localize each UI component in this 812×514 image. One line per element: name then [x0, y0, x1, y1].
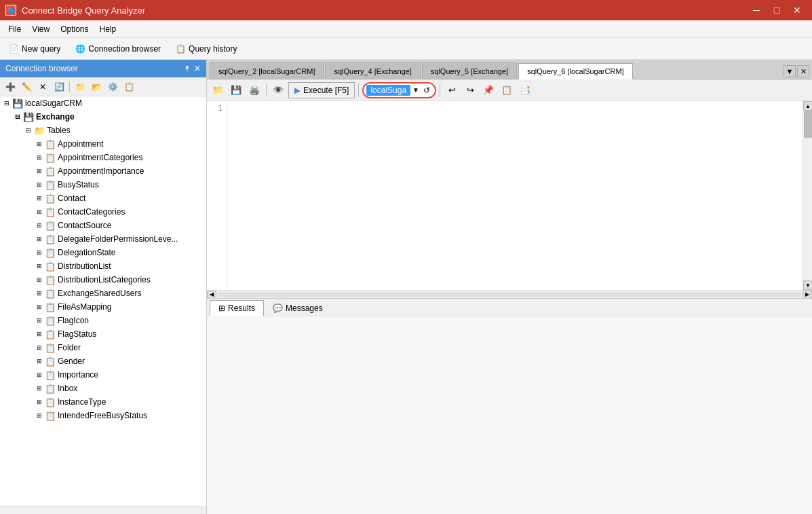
undo-button[interactable]: ↩ — [444, 82, 460, 98]
expander-tables: ⊟ — [23, 125, 34, 136]
results-tab-messages[interactable]: 💬 Messages — [264, 300, 332, 316]
tree-item-fileasmapping[interactable]: ⊞ 📋 FileAsMapping — [0, 300, 206, 314]
query-editor-wrapper: 1 ▲ ▼ — [207, 101, 812, 290]
tree-item-contactsource[interactable]: ⊞ 📋 ContactSource — [0, 219, 206, 232]
tree-item-delegatefolderperm[interactable]: ⊞ 📋 DelegateFolderPermissionLeve... — [0, 232, 206, 246]
tree-item-gender[interactable]: ⊞ 📋 Gender — [0, 354, 206, 368]
scroll-left-button[interactable]: ◀ — [207, 291, 216, 299]
tab-sqlquery2[interactable]: sqlQuery_2 [localSugarCRM] — [210, 62, 324, 79]
scroll-right-button[interactable]: ▶ — [803, 291, 812, 299]
paste-query-button[interactable]: 📑 — [517, 82, 533, 98]
tab-sqlquery5[interactable]: sqlQuery_5 [Exchange] — [422, 62, 517, 79]
main-layout: Connection browser 🖈 ✕ ➕ ✏️ ✕ 🔄 📁 📂 ⚙️ 📋… — [0, 60, 812, 514]
tree-label-intendedfreebusystatus: IntendedFreeBusyStatus — [58, 411, 147, 420]
execute-button[interactable]: ▶ Execute [F5] — [288, 82, 355, 98]
h-scroll-track[interactable] — [218, 292, 801, 297]
menu-view[interactable]: View — [26, 22, 55, 36]
menu-file[interactable]: File — [3, 22, 26, 36]
tab-sqlquery6[interactable]: sqlQuery_6 [localSugarCRM] — [518, 63, 632, 79]
tree-item-distributionlist[interactable]: ⊞ 📋 DistributionList — [0, 259, 206, 273]
maximize-button[interactable]: □ — [767, 3, 786, 17]
sidebar-pin-button[interactable]: 🖈 — [183, 64, 191, 73]
horizontal-scrollbar-area[interactable]: ◀ ▶ — [207, 290, 812, 298]
tree-item-contact[interactable]: ⊞ 📋 Contact — [0, 191, 206, 205]
connection-browser-button[interactable]: 🌐 Connection browser — [69, 40, 167, 58]
tree-item-flagicon[interactable]: ⊞ 📋 FlagIcon — [0, 314, 206, 327]
tree-item-contactcategories[interactable]: ⊞ 📋 ContactCategories — [0, 205, 206, 219]
table-icon-inbox: 📋 — [45, 384, 56, 394]
sidebar-copy-button[interactable]: 📋 — [121, 79, 136, 94]
view-button[interactable]: 👁️ — [270, 82, 286, 98]
sidebar-refresh-button[interactable]: 🔄 — [52, 79, 66, 94]
sidebar-close-button[interactable]: ✕ — [194, 64, 201, 73]
sidebar-properties-button[interactable]: ⚙️ — [105, 79, 120, 94]
tree-item-delegationstate[interactable]: ⊞ 📋 DelegationState — [0, 246, 206, 259]
messages-tab-label: Messages — [286, 304, 323, 313]
expander-distributionlist: ⊞ — [34, 261, 45, 272]
table-icon-delegatefolder: 📋 — [45, 234, 56, 244]
table-icon-appointment: 📋 — [45, 139, 56, 149]
tree-item-appointmentimportance[interactable]: ⊞ 📋 AppointmentImportance — [0, 164, 206, 178]
tree-item-distributionlistcategories[interactable]: ⊞ 📋 DistributionListCategories — [0, 273, 206, 287]
expander-fileasmapping: ⊞ — [34, 301, 45, 312]
print-button[interactable]: 🖨️ — [246, 82, 263, 98]
close-button[interactable]: ✕ — [788, 3, 807, 17]
sidebar-delete-button[interactable]: ✕ — [35, 79, 50, 94]
tree-item-busystatus[interactable]: ⊞ 📋 BusyStatus — [0, 178, 206, 191]
tree-item-importance[interactable]: ⊞ 📋 Importance — [0, 368, 206, 382]
table-icon-contact: 📋 — [45, 194, 56, 204]
tree-item-flagstatus[interactable]: ⊞ 📋 FlagStatus — [0, 327, 206, 341]
query-toolbar-sep1 — [266, 84, 267, 97]
tree-item-tables[interactable]: ⊟ 📁 Tables — [0, 124, 206, 137]
sidebar-collapse-button[interactable]: 📁 — [73, 79, 88, 94]
scroll-down-button[interactable]: ▼ — [803, 280, 812, 290]
sidebar-tree[interactable]: ⊟ 💾 localSugarCRM ⊟ 💾 Exchange ⊟ 📁 Table… — [0, 96, 206, 506]
scroll-track[interactable] — [803, 111, 812, 280]
query-history-button[interactable]: 📋 Query history — [170, 40, 243, 58]
new-query-button[interactable]: 📄 New query — [3, 40, 66, 58]
tree-item-folder[interactable]: ⊞ 📋 Folder — [0, 341, 206, 354]
menu-options[interactable]: Options — [55, 22, 94, 36]
tree-item-intendedfreebusystatus[interactable]: ⊞ 📋 IntendedFreeBusyStatus — [0, 409, 206, 422]
tab-close-button[interactable]: ✕ — [797, 65, 809, 77]
redo-button[interactable]: ↪ — [462, 82, 478, 98]
query-toolbar: 📁 💾 🖨️ 👁️ ▶ Execute [F5] localSuga ▼ ↺ ↩… — [207, 79, 812, 101]
sidebar-add-button[interactable]: ➕ — [3, 79, 18, 94]
bookmark-button[interactable]: 📌 — [480, 82, 497, 98]
tree-item-appointmentcategories[interactable]: ⊞ 📋 AppointmentCategories — [0, 151, 206, 164]
sidebar-horizontal-scrollbar[interactable] — [0, 506, 206, 514]
execute-icon: ▶ — [294, 86, 301, 95]
connection-selector[interactable]: localSuga ▼ ↺ — [362, 82, 436, 98]
tree-item-exchangesharedusers[interactable]: ⊞ 📋 ExchangeSharedUsers — [0, 287, 206, 300]
table-icon-busy: 📋 — [45, 180, 56, 190]
tree-item-exchange[interactable]: ⊟ 💾 Exchange — [0, 110, 206, 124]
save-button[interactable]: 💾 — [228, 82, 244, 98]
sidebar-expand-button[interactable]: 📂 — [89, 79, 104, 94]
results-tab-results[interactable]: ⊞ Results — [210, 300, 264, 316]
tree-item-inbox[interactable]: ⊞ 📋 Inbox — [0, 382, 206, 395]
minimize-button[interactable]: ─ — [747, 3, 766, 17]
tree-label-folder: Folder — [58, 343, 81, 352]
scroll-up-button[interactable]: ▲ — [803, 101, 812, 111]
tree-item-appointment[interactable]: ⊞ 📋 Appointment — [0, 137, 206, 151]
open-file-button[interactable]: 📁 — [210, 82, 226, 98]
connection-browser-panel: Connection browser 🖈 ✕ ➕ ✏️ ✕ 🔄 📁 📂 ⚙️ 📋… — [0, 60, 207, 514]
query-editor[interactable] — [227, 101, 803, 290]
tree-label-fileasmapping: FileAsMapping — [58, 302, 111, 312]
sidebar-edit-button[interactable]: ✏️ — [19, 79, 34, 94]
tab-sqlquery4[interactable]: sqlQuery_4 [Exchange] — [325, 62, 420, 79]
vertical-scrollbar[interactable]: ▲ ▼ — [803, 101, 812, 290]
connection-refresh-icon[interactable]: ↺ — [421, 86, 432, 95]
menu-help[interactable]: Help — [94, 22, 122, 36]
execute-label: Execute [F5] — [303, 86, 349, 95]
tab-dropdown-button[interactable]: ▼ — [784, 65, 796, 77]
tree-item-instancetype[interactable]: ⊞ 📋 InstanceType — [0, 395, 206, 409]
query-history-icon: 📋 — [176, 44, 186, 54]
connection-dropdown-arrow[interactable]: ▼ — [410, 86, 421, 94]
scroll-thumb[interactable] — [804, 111, 812, 138]
table-icon-distlist: 📋 — [45, 261, 56, 272]
copy-query-button[interactable]: 📋 — [499, 82, 515, 98]
results-area[interactable] — [207, 317, 812, 514]
tree-item-localsugarcrm[interactable]: ⊟ 💾 localSugarCRM — [0, 96, 206, 110]
tree-label-appointmentcategories: AppointmentCategories — [58, 153, 142, 162]
